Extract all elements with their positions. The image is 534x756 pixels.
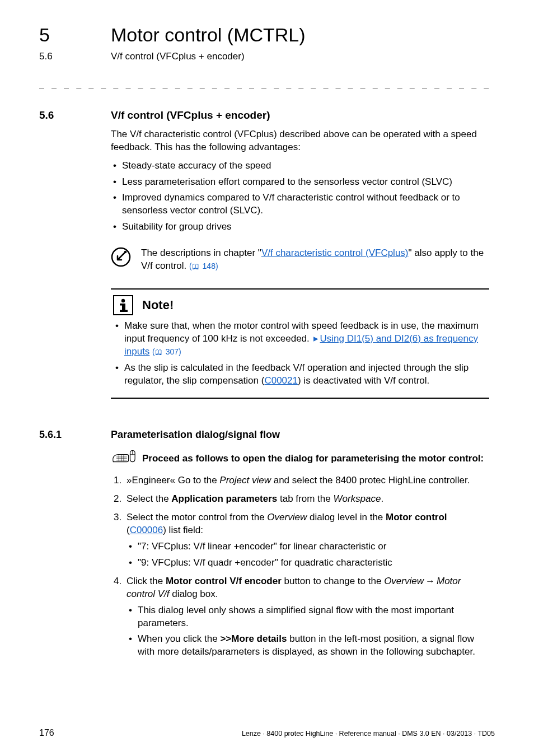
bullet-item: Suitability for group drives [111,221,489,234]
step2-mid: tab from the [277,493,333,504]
bullet-item: "9: VFCplus: V/f quadr +encoder" for qua… [127,557,489,570]
chapter-number: 5 [39,22,84,48]
step3-link[interactable]: C00006 [130,525,163,535]
note-bullets: Make sure that, when the motor control w… [113,320,487,388]
section-body: The V/f characteristic control (VFCplus)… [111,128,489,399]
step-item: Click the Motor control V/f encoder butt… [124,575,489,659]
dashed-separator: _ _ _ _ _ _ _ _ _ _ _ _ _ _ _ _ _ _ _ _ … [39,78,495,89]
page-reference[interactable]: (🕮 148) [189,262,218,270]
pageref-number: 148 [203,262,216,270]
step2-post: . [381,493,383,504]
subsection-heading-row: 5.6.1 Parameterisation dialog/signal flo… [39,428,495,441]
subsection-title: Parameterisation dialog/signal flow [111,428,280,441]
note-box: Note! Make sure that, when the motor con… [111,288,489,399]
step4-subbullets: This dialog level only shows a simplifie… [127,604,489,659]
tip-icon [111,247,133,273]
bullet-item: "7: VFCplus: V/f linear +encoder" for li… [127,540,489,553]
section-heading-row: 5.6 V/f control (VFCplus + encoder) [39,108,495,123]
step1-pre: »Engineer« Go to the [127,475,219,486]
chapter-title: Motor control (MCTRL) [111,22,306,48]
tip-text: The descriptions in chapter "V/f charact… [141,247,489,273]
procedure-steps: »Engineer« Go to the Project view and se… [111,474,489,659]
step2-pre: Select the [127,493,171,504]
step4-sub2-bold: >>More details [220,633,287,644]
subsection-body: Proceed as follows to open the dialog fo… [111,449,489,659]
svg-point-1 [124,251,127,254]
note2-post: ) is deactivated with V/f control. [298,375,429,386]
note2-link[interactable]: C00021 [264,375,298,386]
page-reference[interactable]: (🕮 307) [152,347,181,356]
note-header: Note! [113,295,487,315]
step4-italic1: Overview [384,576,424,586]
section-intro: The V/f characteristic control (VFCplus)… [111,128,489,154]
page: 5 Motor control (MCTRL) 5.6 V/f control … [0,0,534,756]
tip-callout: The descriptions in chapter "V/f charact… [111,247,489,273]
triangle-icon: ▸ [313,333,318,344]
step4-pre: Click the [127,576,166,586]
bullet-item: Improved dynamics compared to V/f charac… [111,192,489,217]
bullet-item: This dialog level only shows a simplifie… [127,604,489,630]
svg-rect-5 [120,310,128,312]
step3-bold: Motor control [386,512,447,522]
pageref-number: 307 [166,347,179,356]
page-number: 176 [39,727,54,739]
header-row-2: 5.6 V/f control (VFCplus + encoder) [39,50,495,63]
header-section-number: 5.6 [39,50,84,63]
step-item: »Engineer« Go to the Project view and se… [124,474,489,487]
header-section-title: V/f control (VFCplus + encoder) [111,50,245,63]
subsection-number: 5.6.1 [39,428,84,441]
section-title: V/f control (VFCplus + encoder) [111,108,270,123]
step3-italic: Overview [267,512,307,522]
step-item: Select the Application parameters tab fr… [124,493,489,506]
page-footer: 176 Lenze · 8400 protec HighLine · Refer… [39,727,495,739]
step1-italic: Project view [219,475,271,486]
step2-italic: Workspace [333,493,381,504]
note-item: As the slip is calculated in the feedbac… [113,362,487,388]
step3-mid: dialog level in the [307,512,386,522]
step3-pre: Select the motor control from the [127,512,267,522]
keyboard-mouse-icon [111,449,137,469]
bullet-item: Less parameterisation effort compared to… [111,176,489,189]
step4-post: dialog box. [170,589,218,599]
proceed-row: Proceed as follows to open the dialog fo… [111,449,489,469]
book-icon: 🕮 [192,262,199,270]
note-item: Make sure that, when the motor control w… [113,320,487,358]
tip-link[interactable]: V/f characteristic control (VFCplus) [261,248,409,258]
step2-bold: Application parameters [171,493,277,504]
arrow-icon: → [425,576,435,586]
step4-bold: Motor control V/f encoder [166,576,282,586]
footer-right: Lenze · 8400 protec HighLine · Reference… [242,729,495,739]
bullet-item: When you click the >>More details button… [127,633,489,659]
bullet-item: Steady-state accuracy of the speed [111,160,489,172]
step1-post: and select the 8400 protec HighLine cont… [271,475,470,486]
section-number: 5.6 [39,108,84,123]
svg-point-2 [121,299,125,302]
header-row-1: 5 Motor control (MCTRL) [39,22,495,48]
proceed-text: Proceed as follows to open the dialog fo… [142,452,484,465]
svg-rect-4 [122,304,125,310]
book-icon: 🕮 [155,348,162,356]
section-bullets: Steady-state accuracy of the speed Less … [111,160,489,234]
tip-pre: The descriptions in chapter " [141,248,261,258]
step4-sub2-pre: When you click the [138,633,220,644]
step3-paren-close: ) list field: [163,525,203,535]
step4-mid: button to change to the [282,576,384,586]
step3-subbullets: "7: VFCplus: V/f linear +encoder" for li… [127,540,489,570]
step-item: Select the motor control from the Overvi… [124,511,489,570]
info-icon [113,295,133,315]
note-title: Note! [142,297,174,314]
